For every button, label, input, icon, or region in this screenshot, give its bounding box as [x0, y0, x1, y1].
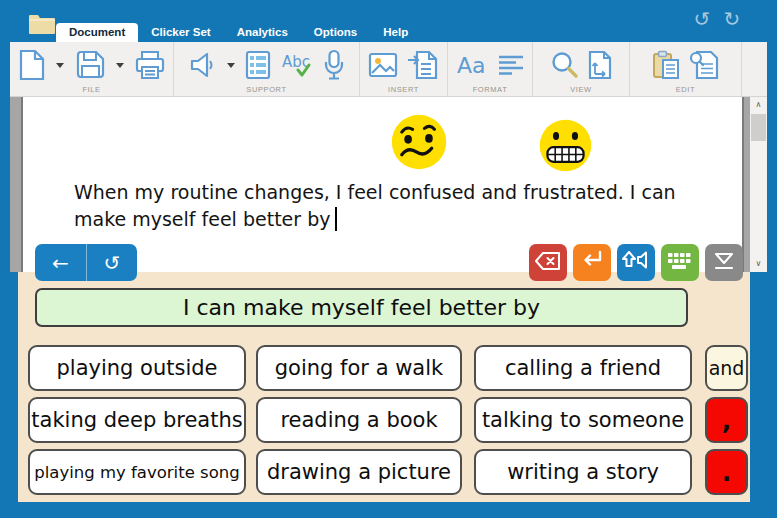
- backspace-button[interactable]: [529, 244, 567, 281]
- title-bar: Document Clicker Set Analytics Options H…: [0, 0, 777, 42]
- keyboard-icon: [667, 251, 693, 275]
- print-button[interactable]: [134, 50, 166, 80]
- return-button[interactable]: [573, 244, 611, 281]
- zoom-button[interactable]: [550, 51, 578, 79]
- page-view-button[interactable]: [587, 50, 613, 80]
- hide-grid-button[interactable]: [705, 244, 743, 281]
- word-cell[interactable]: writing a story: [474, 449, 692, 495]
- ribbon-group-view: VIEW: [533, 42, 630, 96]
- ribbon-toolbar: FILE: [10, 42, 767, 97]
- text-cursor: [335, 207, 337, 231]
- wordbank-row: taking deep breathsreading a booktalking…: [28, 397, 748, 443]
- ribbon-group-file: FILE: [10, 42, 174, 96]
- redo-icon: ↻: [724, 7, 741, 31]
- document-text-line1: When my routine changes, I feel confused…: [74, 179, 764, 206]
- tab-analytics[interactable]: Analytics: [224, 23, 301, 42]
- conjunction-cell[interactable]: and: [705, 345, 748, 391]
- tab-help[interactable]: Help: [370, 23, 421, 42]
- wordbank-row: playing outsidegoing for a walkcalling a…: [28, 345, 748, 391]
- save-dropdown-caret[interactable]: [116, 63, 124, 68]
- app-logo-folder-icon: [28, 14, 55, 34]
- document-right-border: [742, 97, 750, 272]
- ribbon-group-label: EDIT: [630, 85, 741, 94]
- scrollbar-thumb[interactable]: [751, 114, 766, 141]
- insert-picture-button[interactable]: [368, 52, 398, 78]
- insert-document-button[interactable]: [407, 50, 439, 80]
- find-replace-button[interactable]: [689, 50, 719, 80]
- new-document-dropdown-caret[interactable]: [56, 63, 64, 68]
- titlebar-redo-button[interactable]: ↻: [719, 6, 745, 32]
- ribbon-group-support: Abc SUPPORT: [174, 42, 360, 96]
- document-nav-right: [529, 244, 743, 281]
- back-button[interactable]: ←: [35, 244, 86, 281]
- word-cell[interactable]: playing my favorite song: [28, 449, 246, 495]
- punctuation-cell[interactable]: .: [705, 449, 748, 495]
- paste-button[interactable]: [652, 50, 680, 80]
- wordbank-grid: playing outsidegoing for a walkcalling a…: [28, 345, 748, 495]
- ribbon-group-label: FORMAT: [448, 85, 532, 94]
- ribbon-group-insert: INSERT: [360, 42, 448, 96]
- spellcheck-button[interactable]: Abc: [280, 50, 314, 80]
- document-scrollbar[interactable]: ∧ ∨: [750, 97, 767, 272]
- document-nav-left: ← ↺: [35, 244, 137, 281]
- back-arrow-icon: ←: [52, 251, 69, 275]
- scrollbar-up-button[interactable]: ∧: [750, 97, 767, 113]
- paragraph-format-button[interactable]: [497, 53, 525, 77]
- word-cell[interactable]: playing outside: [28, 345, 246, 391]
- new-document-button[interactable]: [18, 49, 46, 81]
- chevron-down-icon: ∨: [756, 259, 762, 268]
- tab-options[interactable]: Options: [301, 23, 370, 42]
- keyboard-button[interactable]: [661, 244, 699, 281]
- speak-sentence-button[interactable]: [617, 244, 655, 281]
- menu-tabs: Document Clicker Set Analytics Options H…: [56, 23, 421, 42]
- dictation-microphone-button[interactable]: [323, 49, 345, 81]
- wordbank-row: playing my favorite songdrawing a pictur…: [28, 449, 748, 495]
- grimacing-face-emoji[interactable]: [538, 118, 593, 177]
- app-window: Document Clicker Set Analytics Options H…: [0, 0, 777, 518]
- tab-document[interactable]: Document: [56, 23, 138, 42]
- titlebar-undo-button[interactable]: ↺: [689, 6, 715, 32]
- speak-button[interactable]: [189, 51, 217, 79]
- word-cell[interactable]: going for a walk: [256, 345, 462, 391]
- ribbon-group-label: SUPPORT: [174, 85, 359, 94]
- ribbon-group-label: FILE: [10, 85, 173, 94]
- punctuation-cell[interactable]: ,: [705, 397, 748, 443]
- undo-arrow-icon: ↺: [104, 251, 121, 275]
- word-cell[interactable]: taking deep breaths: [28, 397, 246, 443]
- word-cell[interactable]: drawing a picture: [256, 449, 462, 495]
- scrollbar-down-button[interactable]: ∨: [750, 256, 767, 272]
- svg-text:Aa: Aa: [457, 53, 486, 78]
- backspace-icon: [535, 251, 561, 275]
- ribbon-group-label: VIEW: [533, 85, 629, 94]
- speak-icon: [621, 249, 651, 276]
- document-text: When my routine changes, I feel confused…: [74, 179, 764, 233]
- ribbon-group-label: INSERT: [360, 85, 447, 94]
- return-icon: [580, 250, 604, 275]
- chevron-up-icon: ∧: [756, 100, 762, 109]
- collapse-icon: [713, 251, 735, 275]
- save-button[interactable]: [74, 49, 106, 81]
- tab-clicker-set[interactable]: Clicker Set: [138, 23, 223, 42]
- document-left-border: [10, 97, 23, 272]
- speak-dropdown-caret[interactable]: [227, 63, 235, 68]
- document-text-line2: make myself feel better by: [74, 206, 764, 233]
- word-cell[interactable]: talking to someone: [474, 397, 692, 443]
- sentence-starter-cell[interactable]: I can make myself feel better by: [35, 288, 688, 327]
- ribbon-spacer: [742, 42, 767, 96]
- word-list-button[interactable]: [245, 50, 271, 80]
- word-cell[interactable]: reading a book: [256, 397, 462, 443]
- ribbon-group-format: Aa FORMAT: [448, 42, 533, 96]
- font-format-button[interactable]: Aa: [456, 52, 488, 78]
- ribbon-group-edit: EDIT: [630, 42, 742, 96]
- undo-button[interactable]: ↺: [86, 244, 137, 281]
- confused-face-emoji[interactable]: [390, 113, 448, 175]
- word-bank-panel: I can make myself feel better by playing…: [18, 272, 750, 502]
- word-cell[interactable]: calling a friend: [474, 345, 692, 391]
- undo-icon: ↺: [694, 7, 711, 31]
